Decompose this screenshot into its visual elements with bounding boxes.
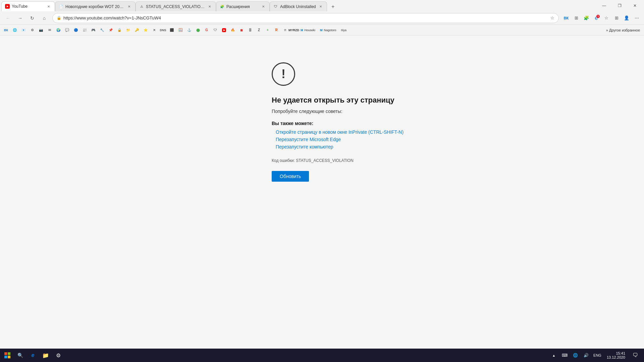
taskbar-sys-icons: ▲ ⌨ 🌐 🔊 bbox=[549, 351, 591, 360]
tab-adblock-close[interactable]: ✕ bbox=[318, 4, 323, 9]
bookmark-fire[interactable]: 🔥 bbox=[229, 26, 237, 34]
tab-extensions[interactable]: 🧩 Расширения ✕ bbox=[216, 1, 270, 11]
adblock-favicon: 🛡 bbox=[273, 4, 278, 9]
bookmark-g[interactable]: G bbox=[203, 26, 211, 34]
taskbar-notification[interactable]: 🗨 bbox=[629, 349, 641, 361]
bookmark-mail[interactable]: 📧 bbox=[19, 26, 28, 34]
forward-button[interactable]: → bbox=[15, 13, 25, 23]
star-bk-icon: ⭐ bbox=[144, 28, 148, 32]
bookmark-red[interactable]: ◼ bbox=[237, 26, 246, 34]
edge-badge[interactable]: e 3 bbox=[592, 13, 601, 23]
bookmark-z[interactable]: Z bbox=[255, 26, 263, 34]
svg-rect-0 bbox=[4, 352, 7, 355]
error-icon: ! bbox=[272, 62, 295, 86]
bookmarks-more-button[interactable]: » Другое избранное bbox=[604, 26, 642, 34]
bookmark-pin[interactable]: 📌 bbox=[107, 26, 115, 34]
taskbar-explorer[interactable]: 📁 bbox=[40, 349, 52, 361]
taskbar-edge[interactable]: e bbox=[27, 349, 39, 361]
bookmarks-bar: ВК 🌐 📧 ⚙ 📷 ✉ 🌍 💬 🔵 📰 🎮 bbox=[0, 25, 644, 36]
bookmark-maps[interactable]: 🌍 bbox=[54, 26, 62, 34]
bookmark-game[interactable]: 🎮 bbox=[89, 26, 97, 34]
taskbar-search[interactable]: 🔍 bbox=[14, 349, 26, 361]
bookmark-msg[interactable]: ✉ bbox=[46, 26, 54, 34]
taskbar-volume[interactable]: 🔊 bbox=[581, 351, 591, 360]
bookmark-iliya[interactable]: IIiya bbox=[339, 26, 349, 34]
address-bar[interactable]: 🔒 https://www.youtube.com/watch?v=1-JNsC… bbox=[52, 13, 559, 23]
wot-favicon: 📄 bbox=[59, 4, 63, 9]
tab-youtube[interactable]: YouTube ✕ bbox=[1, 1, 55, 11]
profile-icon[interactable]: 👤 bbox=[622, 13, 631, 23]
start-button[interactable] bbox=[1, 349, 13, 361]
bookmark-yellow[interactable]: ⬛ bbox=[168, 26, 176, 34]
minimize-button[interactable]: — bbox=[596, 0, 612, 11]
collections-icon[interactable]: ⊞ bbox=[572, 13, 581, 23]
bookmark-circle[interactable]: 🔵 bbox=[72, 26, 80, 34]
bookmark-r[interactable]: R bbox=[272, 26, 280, 34]
bookmark-nagotoro[interactable]: M Nagotoro bbox=[318, 26, 338, 34]
bookmark-x[interactable]: ✕ bbox=[150, 26, 158, 34]
extensions-button[interactable]: 🧩 bbox=[582, 13, 591, 23]
r-bk-icon: R bbox=[274, 28, 278, 32]
bookmark-myrzd[interactable]: MYRZD bbox=[290, 26, 298, 34]
home-button[interactable]: ⌂ bbox=[39, 13, 50, 23]
taskbar-keyboard[interactable]: ⌨ bbox=[560, 351, 569, 360]
tab-wot-close[interactable]: ✕ bbox=[126, 4, 132, 9]
star-address-icon[interactable]: ☆ bbox=[550, 15, 554, 20]
bookmark-vk[interactable]: ВК bbox=[2, 26, 10, 34]
taskbar-network[interactable]: 🌐 bbox=[571, 351, 580, 360]
bookmark-ru[interactable]: Я bbox=[281, 26, 289, 34]
svg-rect-3 bbox=[8, 356, 10, 358]
bookmark-chat[interactable]: 💬 bbox=[63, 26, 71, 34]
new-tab-button[interactable]: + bbox=[328, 2, 338, 11]
chrome-bk-icon: ⬤ bbox=[196, 28, 200, 32]
suggestion-restart[interactable]: Перезапустите компьютер bbox=[272, 144, 404, 149]
bookmark-camera[interactable]: 📷 bbox=[37, 26, 45, 34]
taskbar-right: ▲ ⌨ 🌐 🔊 ENG 15:41 13.12.2020 🗨 bbox=[549, 349, 643, 361]
tab-wot[interactable]: 📄 Новогодние коробки WOT 202... ✕ bbox=[55, 1, 136, 11]
bookmark-news[interactable]: 📰 bbox=[80, 26, 89, 34]
close-button[interactable]: ✕ bbox=[627, 0, 643, 11]
taskbar-language[interactable]: ENG bbox=[592, 353, 603, 357]
ru-bk-icon: Я bbox=[283, 28, 287, 32]
taskbar-clock[interactable]: 15:41 13.12.2020 bbox=[604, 351, 628, 359]
bookmark-folder[interactable]: 📁 bbox=[124, 26, 132, 34]
bookmark-lock[interactable]: 🔒 bbox=[115, 26, 123, 34]
z-bk-icon: Z bbox=[257, 28, 261, 32]
bookmark-shield[interactable]: 🛡 bbox=[211, 26, 219, 34]
bookmark-plus[interactable]: + bbox=[264, 26, 272, 34]
suggestion-inprivate[interactable]: Откройте страницу в новом окне InPrivate… bbox=[272, 129, 404, 135]
tab-youtube-close[interactable]: ✕ bbox=[46, 4, 51, 9]
refresh-button[interactable]: ↻ bbox=[27, 13, 38, 23]
vk-icon[interactable]: ВК bbox=[561, 13, 571, 23]
bookmark-dns[interactable]: DNS bbox=[159, 26, 167, 34]
tab-adblock[interactable]: 🛡 AdBlock Uninstalled ✕ bbox=[270, 1, 327, 11]
bookmark-gear[interactable]: ⚙ bbox=[28, 26, 36, 34]
gear-bk-icon: ⚙ bbox=[30, 28, 34, 32]
bookmark-globe[interactable]: 🌐 bbox=[11, 26, 19, 34]
dns-bk-icon: DNS bbox=[161, 28, 165, 32]
bookmark-star[interactable]: ⭐ bbox=[142, 26, 150, 34]
refresh-page-button[interactable]: Обновить bbox=[272, 171, 309, 182]
collections-btn[interactable]: ⊞ bbox=[612, 13, 621, 23]
taskbar-settings[interactable]: ⚙ bbox=[52, 349, 64, 361]
suggestion-edge[interactable]: Перезапустите Microsoft Edge bbox=[272, 137, 404, 142]
bookmark-ms[interactable]: 🪟 bbox=[176, 26, 184, 34]
bookmark-key[interactable]: 🔑 bbox=[133, 26, 141, 34]
bookmark-tool[interactable]: 🔧 bbox=[98, 26, 106, 34]
restore-button[interactable]: ❐ bbox=[612, 0, 627, 11]
taskbar-chevron[interactable]: ▲ bbox=[549, 351, 558, 360]
plus-bk-icon: + bbox=[266, 28, 270, 32]
bookmark-houseki[interactable]: M Houseki bbox=[299, 26, 317, 34]
bookmark-chrome[interactable]: ⬤ bbox=[194, 26, 202, 34]
settings-icon[interactable]: ⋯ bbox=[632, 13, 641, 23]
favorites-icon[interactable]: ☆ bbox=[602, 13, 611, 23]
back-button[interactable]: ← bbox=[3, 13, 13, 23]
tab-error[interactable]: ⚠ STATUS_ACCESS_VIOLATION - M... ✕ bbox=[136, 1, 216, 11]
bookmark-anchor[interactable]: ⚓ bbox=[185, 26, 193, 34]
camera-bk-icon: 📷 bbox=[39, 28, 43, 32]
tab-error-close[interactable]: ✕ bbox=[207, 4, 212, 9]
bookmark-yt[interactable] bbox=[220, 26, 228, 34]
bookmark-slider[interactable]: 🎛 bbox=[246, 26, 254, 34]
tab-extensions-close[interactable]: ✕ bbox=[261, 4, 266, 9]
chat-bk-icon: 💬 bbox=[65, 28, 69, 32]
